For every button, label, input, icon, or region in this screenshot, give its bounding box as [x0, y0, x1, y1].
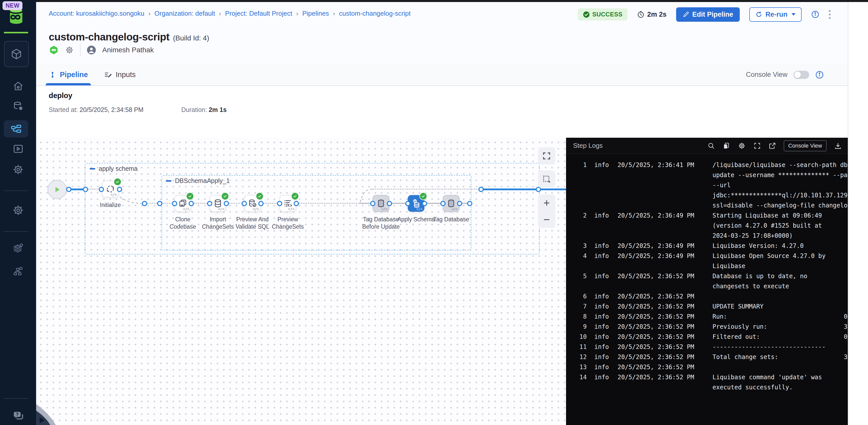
step-logs-header: Step Logs Console View — [566, 138, 848, 154]
sidebar-item-home[interactable] — [0, 80, 36, 92]
canvas-zoom-controls: + − — [538, 195, 555, 228]
step-logs-panel: Step Logs Console View 1info20/5/20 — [566, 138, 848, 425]
pipeline-settings-gear-icon[interactable] — [65, 46, 74, 55]
script-step-marker: </> — [288, 207, 294, 211]
help-chat-icon: ? — [11, 409, 25, 423]
sidebar-item-project-settings[interactable] — [0, 164, 36, 175]
tab-bar: Pipeline Inputs Console View — [36, 64, 848, 86]
node-label: Preview And Validate SQL — [232, 216, 273, 230]
executions-play-icon — [12, 143, 24, 154]
connector-ring — [83, 187, 88, 192]
node-label: Import ChangeSets — [198, 216, 238, 230]
stage-duration: Duration: 2m 1s — [181, 106, 226, 113]
breadcrumb-organization[interactable]: Organization: default — [155, 9, 215, 18]
log-fullscreen-icon[interactable] — [753, 142, 761, 149]
rerun-button[interactable]: Re-run — [749, 7, 802, 22]
node-initialize[interactable]: </> — [102, 181, 119, 197]
step-success-icon — [420, 192, 427, 200]
started-at: Started at: 20/5/2025, 2:34:58 PM — [49, 106, 144, 113]
log-open-external-icon[interactable] — [769, 142, 776, 149]
canvas-fullscreen-button[interactable] — [538, 147, 555, 165]
connector-ring — [242, 201, 247, 206]
sidebar-item-infrastructure[interactable] — [0, 265, 36, 277]
node-label: Tag Database Before Update — [361, 216, 401, 230]
sidebar-item-executions[interactable] — [0, 143, 36, 154]
pipeline-meta-row: Animesh Pathak — [49, 44, 154, 57]
breadcrumb-account[interactable]: Account: kurosakiichigo.songoku — [49, 9, 145, 18]
log-row: 3info20/5/2025, 2:36:49 PMLiquibase Vers… — [566, 241, 848, 251]
avatar — [87, 45, 96, 55]
connector-ring — [293, 201, 299, 206]
clock-icon — [637, 10, 645, 18]
step-success-icon — [291, 192, 299, 200]
log-row: 5info20/5/2025, 2:36:52 PMDatabase is up… — [566, 271, 848, 291]
breadcrumb-separator: › — [219, 10, 221, 17]
cube-icon — [10, 48, 23, 60]
connector-ring — [189, 201, 194, 206]
connector-ring — [457, 201, 462, 206]
log-row: 2info20/5/2025, 2:36:49 PMStarting Liqui… — [566, 210, 848, 241]
breadcrumb: Account: kurosakiichigo.songoku › Organi… — [49, 9, 410, 18]
log-row: 4info20/5/2025, 2:36:49 PMLiquibase Open… — [566, 251, 848, 271]
node-label: Tag Database — [431, 216, 471, 223]
connector-ring — [172, 201, 177, 206]
header-actions: SUCCESS 2m 2s Edit Pipeline Re-run — [578, 7, 831, 22]
connector-ring — [387, 201, 392, 206]
more-options-kebab[interactable] — [829, 10, 831, 19]
page-title: custom-changelog-script(Build Id: 4) — [49, 31, 209, 43]
gear-icon — [12, 204, 24, 216]
elapsed-time: 2m 2s — [637, 10, 666, 19]
script-step-marker: </> — [111, 193, 117, 197]
home-icon — [12, 80, 24, 92]
connector-ring — [467, 201, 472, 206]
zoom-out-button[interactable]: − — [543, 214, 550, 225]
inputs-tab-icon — [104, 71, 112, 79]
rerun-info-icon[interactable] — [811, 10, 819, 19]
log-row: 13info20/5/2025, 2:36:52 PM — [566, 362, 848, 372]
breadcrumb-project[interactable]: Project: Default Project — [225, 9, 292, 18]
log-settings-gear-icon[interactable] — [738, 142, 746, 150]
sidebar-item-environments[interactable] — [0, 243, 36, 254]
step-success-icon — [186, 192, 194, 200]
canvas-corner-handle[interactable] — [36, 400, 56, 425]
pipeline-start-node[interactable] — [48, 180, 67, 199]
step-logs-body[interactable]: 1info20/5/2025, 2:36:41 PM/liquibase/liq… — [566, 154, 848, 425]
vertical-divider — [80, 44, 81, 57]
sidebar-item-pipelines-active[interactable] — [4, 120, 28, 138]
edit-pipeline-button[interactable]: Edit Pipeline — [676, 7, 740, 22]
new-badge: NEW — [2, 1, 23, 10]
connector-ring — [422, 201, 427, 206]
log-copy-icon[interactable] — [722, 142, 730, 149]
log-console-view-button[interactable]: Console View — [784, 140, 827, 151]
connector-ring — [277, 201, 282, 206]
connector-ring — [99, 187, 104, 192]
breadcrumb-current-pipeline[interactable]: custom-changelog-script — [339, 9, 410, 18]
log-download-icon[interactable] — [834, 142, 842, 149]
breadcrumb-pipelines[interactable]: Pipelines — [303, 9, 329, 18]
step-logs-title: Step Logs — [573, 142, 603, 149]
step-success-icon — [114, 178, 121, 186]
tab-pipeline[interactable]: Pipeline — [49, 64, 88, 85]
canvas-select-marquee-button[interactable] — [538, 171, 555, 188]
zoom-in-button[interactable]: + — [543, 197, 550, 208]
script-step-marker: </> — [218, 207, 224, 211]
pipeline-canvas[interactable]: apply schema DBSchemaApply_1 — [36, 138, 566, 425]
gear-icon — [12, 164, 24, 175]
sidebar-item-help[interactable]: ? — [0, 409, 36, 423]
tab-inputs[interactable]: Inputs — [104, 64, 135, 85]
sidebar-item-settings[interactable] — [0, 204, 36, 216]
database-gear-icon — [12, 101, 24, 112]
console-view-info-icon[interactable] — [815, 70, 824, 79]
connector-ring — [157, 201, 162, 206]
status-badge: SUCCESS — [578, 8, 628, 21]
console-view-toggle[interactable] — [794, 71, 809, 79]
author-name: Animesh Pathak — [102, 46, 154, 54]
console-view-label: Console View — [746, 71, 787, 79]
sidebar-item-db-devops[interactable] — [0, 101, 36, 112]
connector-ring — [478, 187, 484, 192]
page-right-gutter — [848, 2, 868, 425]
log-search-icon[interactable] — [707, 142, 715, 149]
breadcrumb-separator: › — [149, 10, 151, 17]
module-cube-button[interactable] — [4, 41, 29, 67]
window-top-edge — [36, 0, 868, 2]
